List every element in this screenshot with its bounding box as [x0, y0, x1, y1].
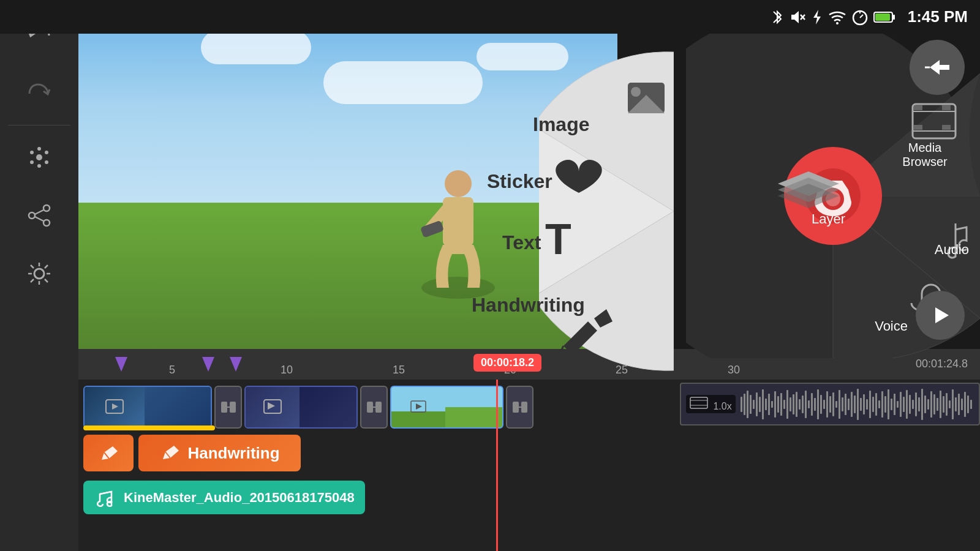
yellow-progress	[83, 425, 215, 430]
svg-rect-123	[888, 389, 889, 419]
clip2-icon	[263, 397, 282, 417]
handwriting-label[interactable]: Handwriting	[472, 294, 742, 317]
svg-rect-145	[955, 397, 957, 411]
svg-rect-143	[949, 400, 951, 408]
svg-rect-96	[805, 391, 807, 418]
marker-1	[115, 357, 127, 372]
status-icons: 1:45 PM	[771, 7, 968, 26]
effects-button[interactable]	[0, 128, 78, 186]
svg-rect-104	[829, 396, 831, 413]
svg-point-38	[631, 87, 641, 97]
transition-2[interactable]	[360, 386, 388, 429]
svg-rect-146	[958, 394, 960, 415]
waveform-clip[interactable]: 1.0x // We'll just do this with CSS shap…	[680, 383, 980, 425]
status-time: 1:45 PM	[908, 7, 968, 26]
clip-2[interactable]	[244, 386, 358, 429]
transition-1[interactable]	[214, 386, 242, 429]
svg-rect-90	[786, 390, 788, 419]
pen-icon-2	[159, 442, 181, 464]
settings-button[interactable]	[0, 244, 78, 302]
svg-marker-2	[813, 10, 821, 24]
svg-point-33	[445, 170, 472, 197]
svg-rect-113	[857, 389, 859, 420]
timeline: 5 10 15 20 25 30 00:00:18.2 00:01:24.8	[78, 349, 980, 551]
svg-rect-99	[814, 398, 816, 411]
battery-icon	[873, 10, 895, 24]
svg-rect-141	[943, 396, 944, 413]
ruler-5: 5	[169, 364, 175, 377]
svg-rect-69	[513, 402, 519, 413]
svg-rect-138	[933, 394, 935, 414]
playhead	[496, 380, 498, 551]
svg-rect-129	[906, 390, 908, 419]
svg-rect-49	[914, 125, 922, 130]
svg-rect-9	[875, 13, 890, 21]
svg-marker-68	[416, 403, 422, 410]
sticker-label[interactable]: Sticker	[487, 170, 693, 193]
play-button[interactable]	[916, 291, 965, 340]
voice-label[interactable]: Voice	[875, 318, 908, 334]
svg-rect-142	[946, 393, 948, 416]
share-button[interactable]	[0, 186, 78, 244]
svg-rect-50	[942, 105, 951, 110]
music-icon	[94, 487, 116, 509]
svg-rect-126	[897, 401, 899, 408]
svg-rect-133	[918, 397, 920, 411]
ruler-15: 15	[393, 364, 405, 377]
text-label[interactable]: Text	[502, 231, 681, 254]
clip1-icon	[105, 397, 124, 417]
svg-rect-121	[881, 391, 883, 418]
svg-marker-58	[112, 403, 118, 410]
speed-text: 1.0x	[713, 401, 731, 411]
clip-1[interactable]	[83, 386, 212, 429]
svg-rect-48	[914, 105, 922, 110]
svg-rect-105	[832, 392, 834, 416]
audio-label[interactable]: Audio	[935, 242, 969, 258]
media-browser-label[interactable]: Media Browser	[888, 141, 962, 169]
svg-rect-144	[952, 389, 954, 419]
svg-point-15	[37, 147, 41, 151]
svg-rect-134	[921, 389, 923, 420]
marker-3	[230, 357, 242, 372]
svg-marker-56	[935, 307, 949, 323]
svg-line-6	[860, 15, 863, 18]
svg-rect-108	[842, 397, 843, 411]
handwriting-clip[interactable]: Handwriting	[138, 435, 301, 471]
grass-bg	[78, 203, 617, 349]
timer-icon	[851, 9, 869, 26]
svg-point-11	[30, 151, 34, 154]
svg-rect-127	[900, 392, 902, 417]
total-time: 00:01:24.8	[916, 358, 968, 370]
clip-3[interactable]	[390, 386, 503, 429]
image-label[interactable]: Image	[533, 113, 681, 136]
svg-rect-119	[875, 393, 877, 416]
svg-point-19	[43, 220, 50, 226]
svg-rect-79	[753, 400, 755, 409]
audio-clip[interactable]: KineMaster_Audio_20150618175048	[83, 481, 365, 514]
svg-rect-34	[443, 197, 473, 246]
svg-point-13	[30, 160, 34, 164]
svg-rect-136	[927, 399, 929, 410]
svg-point-22	[34, 269, 44, 279]
layer-label[interactable]: Layer	[812, 211, 845, 227]
redo-button[interactable]	[0, 64, 78, 122]
svg-line-40	[557, 346, 564, 358]
handwriting-icon-clip[interactable]	[83, 435, 134, 471]
svg-rect-70	[521, 402, 527, 413]
svg-rect-101	[820, 395, 822, 414]
svg-rect-118	[872, 397, 874, 412]
svg-rect-137	[930, 391, 932, 418]
svg-rect-92	[793, 394, 794, 414]
svg-rect-125	[894, 394, 895, 415]
transition-2-icon	[366, 399, 383, 416]
svg-rect-103	[826, 391, 828, 418]
svg-rect-109	[845, 394, 846, 415]
svg-rect-80	[756, 392, 758, 416]
transition-3[interactable]	[506, 386, 533, 429]
svg-rect-94	[799, 399, 801, 410]
svg-point-12	[45, 151, 48, 154]
svg-rect-140	[940, 391, 941, 418]
signal-icon	[811, 9, 823, 26]
svg-rect-114	[860, 398, 862, 411]
exit-button[interactable]	[910, 40, 965, 95]
